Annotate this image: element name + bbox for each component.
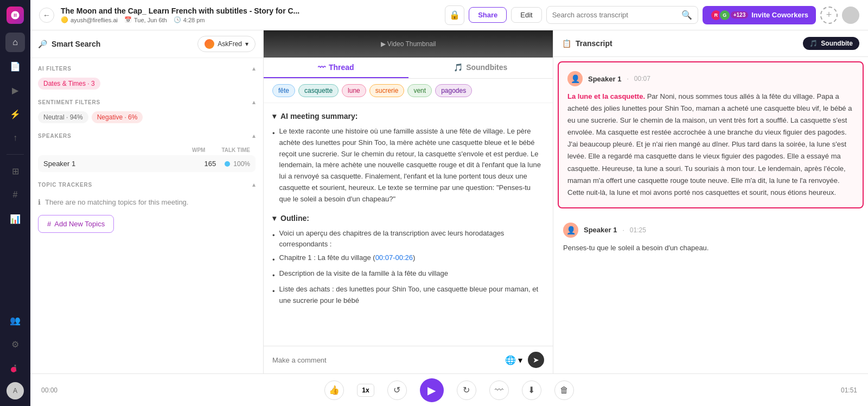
globe-icon: 🌐 xyxy=(505,355,516,365)
user-avatar[interactable] xyxy=(842,7,859,24)
sidebar-item-notes[interactable]: 📄 xyxy=(5,56,25,76)
globe-dropdown[interactable]: 🌐 ▾ xyxy=(505,355,522,365)
sidebar-item-upload[interactable]: ↑ xyxy=(5,128,25,148)
center-footer: 🌐 ▾ ➤ xyxy=(264,346,553,373)
outline-collapse-icon: ▾ xyxy=(272,214,276,223)
sidebar-item-grid[interactable]: ⊞ xyxy=(5,161,25,181)
pill-sucrerie[interactable]: sucrerie xyxy=(369,84,405,97)
timestamp-link[interactable]: 00:07-00:26 xyxy=(375,253,413,262)
smart-search-header: 🔎 Smart Search AskFred ▾ xyxy=(30,30,263,58)
invite-button[interactable]: R G +123 Invite Coworkers xyxy=(703,6,816,24)
download-button[interactable]: ⬇ xyxy=(522,380,541,400)
summary-text: • Le texte raconte une histoire où une f… xyxy=(272,126,544,205)
thread-label: Thread xyxy=(329,63,354,72)
edit-button[interactable]: Edit xyxy=(511,7,541,23)
pill-vent[interactable]: vent xyxy=(407,84,432,97)
send-button[interactable]: ➤ xyxy=(528,352,544,368)
negative-tag[interactable]: Negative · 6% xyxy=(92,111,143,123)
bullet: • xyxy=(272,286,275,307)
ai-filters-chevron: ▴ xyxy=(252,65,256,72)
main-content: ← The Moon and the Cap_ Learn French wit… xyxy=(30,0,868,406)
sidebar-user-avatar[interactable]: A xyxy=(7,382,24,399)
waveform-button[interactable]: 〰 xyxy=(489,380,509,400)
sentiment-filters-section: SENTIMENT FILTERS ▴ Neutral · 94% Negati… xyxy=(38,98,256,123)
app-logo[interactable] xyxy=(7,7,24,24)
pill-lune[interactable]: lune xyxy=(342,84,366,97)
soundbites-label: Soundbites xyxy=(466,63,507,72)
thumbs-up-button[interactable]: 👍 xyxy=(324,380,344,400)
soundbites-icon: 🎵 xyxy=(454,63,463,72)
search-input[interactable] xyxy=(552,11,677,19)
topic-trackers-header[interactable]: TOPIC TRACKERS ▴ xyxy=(38,181,256,188)
comment-input[interactable] xyxy=(272,356,500,364)
speakers-section: SPEAKERS ▴ WPM TALK TIME Speaker 1 165 xyxy=(38,132,256,172)
rewind-button[interactable]: ↺ xyxy=(387,380,407,400)
no-topics-message: ℹ There are no matching topics for this … xyxy=(38,194,256,211)
sentiment-header[interactable]: SENTIMENT FILTERS ▴ xyxy=(38,98,256,106)
ai-filter-tags: Dates & Times · 3 xyxy=(38,78,256,90)
topic-trackers-section: TOPIC TRACKERS ▴ ℹ There are no matching… xyxy=(38,181,256,233)
search-icon: 🔍 xyxy=(681,10,692,20)
topic-trackers-chevron: ▴ xyxy=(252,181,256,188)
ai-filters-header[interactable]: AI FILTERS ▴ xyxy=(38,65,256,72)
soundbite-label: Soundbite xyxy=(821,40,853,47)
info-icon: ℹ xyxy=(38,198,41,206)
sentiment-title: SENTIMENT FILTERS xyxy=(38,99,100,105)
forward-button[interactable]: ↻ xyxy=(457,380,476,400)
talk-time-dot xyxy=(225,161,230,167)
sidebar-item-people[interactable]: 👥 xyxy=(5,310,25,330)
transcript-icon: 📋 xyxy=(562,39,571,48)
time-left: 00:00 xyxy=(41,386,58,394)
speaker-name-2: Speaker 1 xyxy=(584,226,617,234)
ask-fred-button[interactable]: AskFred ▾ xyxy=(197,36,256,52)
pill-fete[interactable]: fête xyxy=(272,84,295,97)
pill-pagodes[interactable]: pagodes xyxy=(435,84,472,97)
hero-thumbnail: ▶ Video Thumbnail xyxy=(381,40,436,48)
speed-button[interactable]: 1x xyxy=(357,384,374,397)
outline-item-2: • Description de la visite de la famille… xyxy=(272,268,544,282)
dates-times-tag[interactable]: Dates & Times · 3 xyxy=(38,78,100,90)
sentiment-chevron: ▴ xyxy=(252,98,256,106)
share-button[interactable]: Share xyxy=(469,7,507,23)
speaker-row-2: 👤 Speaker 1 · 01:25 xyxy=(563,223,858,238)
transcript-text: Transcript xyxy=(576,39,612,48)
sidebar-item-hash[interactable]: # xyxy=(5,185,25,205)
ask-fred-avatar xyxy=(205,39,214,49)
transcript-content-2: Penses-tu que le soleil a besoin d'un ch… xyxy=(563,244,709,252)
sidebar-item-chart[interactable]: 📊 xyxy=(5,209,25,229)
transcript-rest-1: Par Noni, nous sommes tous allés à la fê… xyxy=(567,92,852,196)
pill-casquette[interactable]: casquette xyxy=(298,84,339,97)
top-bar: ← The Moon and the Cap_ Learn French wit… xyxy=(30,0,868,30)
top-actions: 🔒 Share Edit 🔍 R G +123 Invite Coworkers… xyxy=(445,5,859,25)
time-right: 01:51 xyxy=(841,386,857,394)
tab-thread[interactable]: 〰 Thread xyxy=(264,58,409,78)
date-meta: 📅 Tue, Jun 6th xyxy=(124,16,167,23)
sidebar-item-settings[interactable]: ⚙ xyxy=(5,334,25,354)
add-topics-button[interactable]: # Add New Topics xyxy=(38,215,114,233)
sentiment-tags: Neutral · 94% Negative · 6% xyxy=(38,111,256,123)
neutral-tag[interactable]: Neutral · 94% xyxy=(38,111,88,123)
summary-header[interactable]: ▾ AI meeting summary: xyxy=(272,112,544,120)
sidebar-item-lightning[interactable]: ⚡ xyxy=(5,104,25,124)
bullet: • xyxy=(272,270,275,282)
dot-separator-2: · xyxy=(622,226,624,234)
delete-button[interactable]: 🗑 xyxy=(554,380,574,400)
transcript-segment-2: 👤 Speaker 1 · 01:25 Penses-tu que le sol… xyxy=(553,213,868,264)
sidebar-item-video[interactable]: ▶ xyxy=(5,80,25,100)
topic-pills: fête casquette lune sucrerie vent pagode… xyxy=(264,79,553,103)
sidebar: ⌂ 📄 ▶ ⚡ ↑ ⊞ # 📊 👥 ⚙ ℹ A xyxy=(0,0,30,406)
back-button[interactable]: ← xyxy=(39,8,54,23)
sidebar-item-home[interactable]: ⌂ xyxy=(5,33,25,52)
lock-button[interactable]: 🔒 xyxy=(445,5,464,25)
tab-soundbites[interactable]: 🎵 Soundbites xyxy=(409,58,553,78)
add-button[interactable]: + xyxy=(820,7,838,24)
speakers-header[interactable]: SPEAKERS ▴ xyxy=(38,132,256,139)
summary-collapse-icon: ▾ xyxy=(272,112,276,120)
bullet-dot: • xyxy=(272,128,275,205)
outline-header[interactable]: ▾ Outline: xyxy=(272,214,544,223)
summary-header-text: AI meeting summary: xyxy=(280,112,358,120)
soundbite-button[interactable]: 🎵 Soundbite xyxy=(803,37,859,50)
smart-search-icon: 🔎 xyxy=(38,40,47,48)
time-value: 4:28 pm xyxy=(183,17,205,23)
play-button[interactable]: ▶ xyxy=(420,378,444,402)
